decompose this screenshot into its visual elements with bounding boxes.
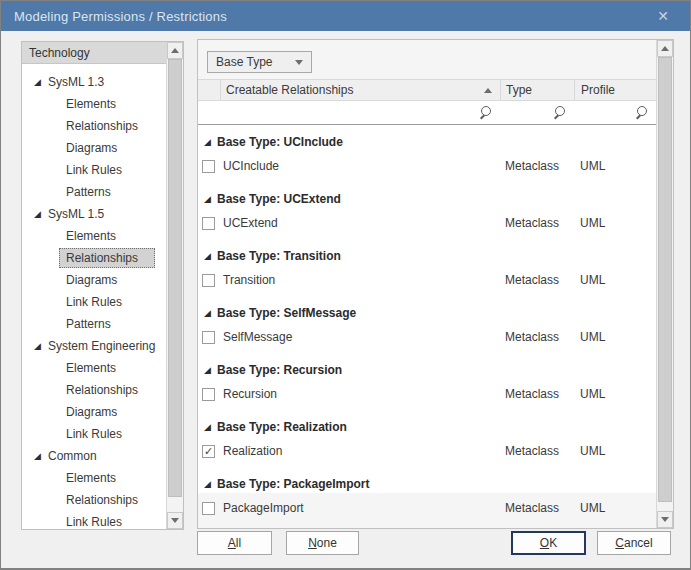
table-row[interactable]: SelfMessage Metaclass UML	[198, 324, 656, 350]
base-type-dropdown[interactable]: Base Type	[207, 51, 312, 73]
group-transition: ◢ Base Type: Transition Transition Metac…	[198, 245, 656, 293]
row-checkbox[interactable]	[202, 274, 215, 287]
group-ucextend: ◢ Base Type: UCExtend UCExtend Metaclass…	[198, 188, 656, 236]
tree-expand-icon[interactable]: ◢	[34, 77, 48, 87]
tree-expand-icon[interactable]: ◢	[34, 451, 48, 461]
table-row[interactable]: UCInclude Metaclass UML	[198, 153, 656, 179]
tree-group-label: SysML 1.5	[48, 207, 104, 221]
search-icon	[635, 106, 648, 120]
tree-expand-icon[interactable]: ◢	[34, 209, 48, 219]
scroll-up-icon[interactable]	[167, 42, 183, 59]
group-expand-icon[interactable]: ◢	[204, 365, 217, 375]
search-icon	[553, 106, 566, 120]
tree-scrollbar[interactable]	[166, 42, 183, 529]
tree-item-elements[interactable]: Elements	[22, 225, 166, 247]
group-expand-icon[interactable]: ◢	[204, 194, 217, 204]
grid-scrollbar[interactable]	[656, 40, 673, 528]
group-header[interactable]: ◢ Base Type: SelfMessage	[198, 302, 656, 324]
search-icon	[479, 106, 492, 120]
tree-column-header[interactable]: Technology	[22, 42, 166, 64]
scroll-down-icon[interactable]	[657, 511, 673, 528]
close-icon[interactable]: ✕	[646, 1, 680, 31]
table-row[interactable]: UCExtend Metaclass UML	[198, 210, 656, 236]
row-checkbox[interactable]	[202, 160, 215, 173]
grid-scrollbar-thumb[interactable]	[658, 57, 672, 502]
tree-item-relationships-selected[interactable]: Relationships	[22, 247, 166, 269]
all-button[interactable]: All	[197, 531, 272, 555]
filter-type[interactable]	[500, 101, 574, 124]
column-header-profile[interactable]: Profile	[574, 80, 656, 100]
group-expand-icon[interactable]: ◢	[204, 479, 217, 489]
none-button[interactable]: None	[286, 531, 359, 555]
tree-group-sysml13[interactable]: ◢ SysML 1.3	[22, 71, 166, 93]
tree-item-link-rules[interactable]: Link Rules	[22, 423, 166, 445]
tree-scrollbar-thumb[interactable]	[168, 59, 182, 497]
cancel-button[interactable]: Cancel	[597, 531, 671, 555]
group-expand-icon[interactable]: ◢	[204, 308, 217, 318]
chevron-down-icon	[295, 60, 303, 65]
row-checkbox[interactable]	[202, 388, 215, 401]
grid-column-headers: Creatable Relationships Type Profile	[198, 79, 656, 101]
group-realization: ◢ Base Type: Realization Realization Met…	[198, 416, 656, 464]
tree-item-link-rules[interactable]: Link Rules	[22, 159, 166, 181]
tree-item-patterns[interactable]: Patterns	[22, 181, 166, 203]
tree-item-elements[interactable]: Elements	[22, 467, 166, 489]
tree-group-system-engineering[interactable]: ◢ System Engineering	[22, 335, 166, 357]
group-header[interactable]: ◢ Base Type: Recursion	[198, 359, 656, 381]
tree-expand-icon[interactable]: ◢	[34, 341, 48, 351]
row-checkbox[interactable]	[202, 502, 215, 515]
table-row[interactable]: Realization Metaclass UML	[198, 438, 656, 464]
tree-group-label: System Engineering	[48, 339, 155, 353]
technology-tree: ◢ SysML 1.3 Elements Relationships Diagr…	[22, 64, 166, 533]
ok-button[interactable]: OK	[511, 531, 586, 555]
tree-item-relationships[interactable]: Relationships	[22, 115, 166, 137]
group-ucinclude: ◢ Base Type: UCInclude UCInclude Metacla…	[198, 131, 656, 179]
tree-item-link-rules[interactable]: Link Rules	[22, 511, 166, 533]
group-header[interactable]: ◢ Base Type: Transition	[198, 245, 656, 267]
modeling-permissions-dialog: Modeling Permissions / Restrictions ✕ Te…	[0, 0, 691, 570]
tree-item-relationships[interactable]: Relationships	[22, 489, 166, 511]
table-row[interactable]: PackageImport Metaclass UML	[198, 495, 656, 521]
base-type-dropdown-label: Base Type	[216, 55, 295, 69]
group-header[interactable]: ◢ Base Type: UCExtend	[198, 188, 656, 210]
titlebar[interactable]: Modeling Permissions / Restrictions ✕	[1, 1, 690, 31]
table-row[interactable]: Recursion Metaclass UML	[198, 381, 656, 407]
relationships-panel: Base Type Creatable Relationships Type P…	[197, 39, 674, 529]
group-header[interactable]: ◢ Base Type: UCInclude	[198, 131, 656, 153]
tree-item-elements[interactable]: Elements	[22, 357, 166, 379]
checkbox-column-header	[198, 80, 221, 100]
table-row[interactable]: Transition Metaclass UML	[198, 267, 656, 293]
column-header-type[interactable]: Type	[500, 80, 574, 100]
filter-creatable-relationships[interactable]	[198, 101, 500, 124]
dialog-title: Modeling Permissions / Restrictions	[14, 9, 227, 24]
tree-group-common[interactable]: ◢ Common	[22, 445, 166, 467]
group-recursion: ◢ Base Type: Recursion Recursion Metacla…	[198, 359, 656, 407]
column-header-creatable-relationships[interactable]: Creatable Relationships	[221, 80, 500, 100]
tree-item-relationships[interactable]: Relationships	[22, 379, 166, 401]
group-packageimport: ◢ Base Type: PackageImport PackageImport…	[198, 473, 656, 521]
group-expand-icon[interactable]: ◢	[204, 251, 217, 261]
grid-filter-row	[198, 101, 656, 125]
tree-item-diagrams[interactable]: Diagrams	[22, 137, 166, 159]
filter-profile[interactable]	[574, 101, 656, 124]
row-checkbox[interactable]	[202, 331, 215, 344]
tree-item-elements[interactable]: Elements	[22, 93, 166, 115]
group-expand-icon[interactable]: ◢	[204, 422, 217, 432]
tree-group-sysml15[interactable]: ◢ SysML 1.5	[22, 203, 166, 225]
row-checkbox[interactable]	[202, 217, 215, 230]
technology-tree-panel: Technology ◢ SysML 1.3 Elements Relation…	[21, 41, 184, 530]
group-expand-icon[interactable]: ◢	[204, 137, 217, 147]
group-selfmessage: ◢ Base Type: SelfMessage SelfMessage Met…	[198, 302, 656, 350]
group-header[interactable]: ◢ Base Type: Realization	[198, 416, 656, 438]
tree-item-diagrams[interactable]: Diagrams	[22, 401, 166, 423]
tree-item-diagrams[interactable]: Diagrams	[22, 269, 166, 291]
tree-item-patterns[interactable]: Patterns	[22, 313, 166, 335]
tree-group-label: SysML 1.3	[48, 75, 104, 89]
scroll-down-icon[interactable]	[167, 512, 183, 529]
group-header[interactable]: ◢ Base Type: PackageImport	[198, 473, 656, 495]
row-checkbox[interactable]	[202, 445, 215, 458]
tree-group-label: Common	[48, 449, 97, 463]
sort-ascending-icon	[484, 88, 492, 93]
scroll-up-icon[interactable]	[657, 40, 673, 57]
tree-item-link-rules[interactable]: Link Rules	[22, 291, 166, 313]
